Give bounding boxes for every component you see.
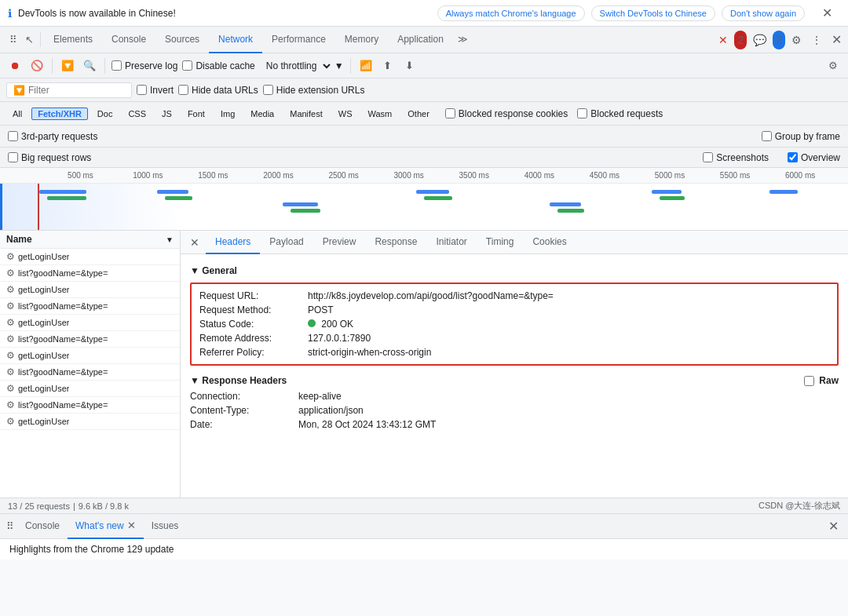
disable-cache-label[interactable]: Disable cache bbox=[182, 60, 254, 71]
type-all[interactable]: All bbox=[6, 108, 28, 120]
api-icon: ⚙ bbox=[6, 317, 15, 328]
third-party-label[interactable]: 3rd-party requests bbox=[8, 131, 97, 142]
import-btn[interactable]: ⬇ bbox=[401, 57, 419, 75]
tab-network[interactable]: Network bbox=[209, 27, 262, 53]
response-headers-title: ▼ Response Headers bbox=[190, 375, 287, 386]
tab-elements[interactable]: Elements bbox=[44, 27, 102, 53]
close-detail-btn[interactable]: ✕ bbox=[184, 236, 206, 249]
referrer-policy-label: Referrer Policy: bbox=[199, 347, 302, 358]
type-media[interactable]: Media bbox=[244, 108, 280, 120]
type-fetch-xhr[interactable]: Fetch/XHR bbox=[31, 108, 88, 120]
list-item[interactable]: ⚙ list?goodName=&type= bbox=[0, 397, 180, 414]
type-other[interactable]: Other bbox=[401, 108, 436, 120]
disable-cache-checkbox[interactable] bbox=[182, 60, 192, 71]
blocked-requests-label[interactable]: Blocked requests bbox=[577, 108, 663, 119]
branding: CSDN @大连-徐志斌 bbox=[758, 500, 840, 512]
blocked-cookies-checkbox[interactable] bbox=[445, 108, 455, 118]
main-content: Name ▼ ⚙ getLoginUser ⚙ list?goodName=&t… bbox=[0, 231, 848, 498]
tab-more[interactable]: ≫ bbox=[453, 27, 473, 53]
filter-input[interactable] bbox=[28, 85, 122, 96]
overview-label[interactable]: Overview bbox=[788, 152, 840, 163]
overview-checkbox[interactable] bbox=[788, 152, 798, 162]
third-party-checkbox[interactable] bbox=[8, 131, 18, 141]
hide-ext-urls-checkbox[interactable] bbox=[263, 85, 273, 95]
bottom-panel-close[interactable]: ✕ bbox=[822, 519, 845, 534]
list-item[interactable]: ⚙ getLoginUser bbox=[0, 282, 180, 298]
always-match-btn[interactable]: Always match Chrome's language bbox=[437, 5, 585, 21]
response-headers-header[interactable]: ▼ Response Headers Raw bbox=[190, 372, 839, 389]
list-item[interactable]: ⚙ getLoginUser bbox=[0, 249, 180, 265]
type-ws[interactable]: WS bbox=[332, 108, 359, 120]
sep3 bbox=[350, 58, 351, 74]
wifi-btn[interactable]: 📶 bbox=[357, 57, 375, 75]
hide-ext-urls-label[interactable]: Hide extension URLs bbox=[263, 85, 365, 96]
group-by-frame-checkbox[interactable] bbox=[762, 131, 772, 141]
tab-initiator[interactable]: Initiator bbox=[426, 231, 476, 254]
more-options-btn[interactable]: ⋮ bbox=[808, 31, 825, 49]
raw-checkbox[interactable] bbox=[804, 376, 814, 386]
invert-checkbox[interactable] bbox=[137, 85, 147, 95]
dont-show-btn[interactable]: Don't show again bbox=[722, 5, 805, 21]
tab-console[interactable]: Console bbox=[102, 27, 155, 53]
settings-btn[interactable]: ⚙ bbox=[788, 31, 805, 49]
group-by-frame-label[interactable]: Group by frame bbox=[762, 131, 840, 142]
type-manifest[interactable]: Manifest bbox=[283, 108, 329, 120]
blocked-requests-checkbox[interactable] bbox=[577, 108, 587, 118]
detail-content: ▼ General Request URL: http://k8s.joydev… bbox=[181, 254, 848, 498]
close-devtools-btn[interactable]: ✕ bbox=[828, 29, 845, 50]
list-item[interactable]: ⚙ getLoginUser bbox=[0, 315, 180, 331]
clear-btn[interactable]: 🚫 bbox=[28, 57, 46, 75]
record-btn[interactable]: ⏺ bbox=[6, 57, 24, 75]
preserve-log-checkbox[interactable] bbox=[111, 60, 122, 71]
list-item[interactable]: ⚙ getLoginUser bbox=[0, 348, 180, 364]
tab-timing[interactable]: Timing bbox=[477, 231, 524, 254]
bottom-tab-console[interactable]: Console bbox=[17, 514, 68, 539]
screenshots-checkbox[interactable] bbox=[703, 152, 713, 162]
bottom-tab-issues[interactable]: Issues bbox=[144, 514, 187, 539]
big-rows-checkbox[interactable] bbox=[8, 152, 18, 162]
bottom-tab-whats-new[interactable]: What's new ✕ bbox=[68, 514, 144, 539]
warn-badge: 2 bbox=[773, 31, 785, 49]
tab-payload[interactable]: Payload bbox=[260, 231, 313, 254]
type-css[interactable]: CSS bbox=[122, 108, 152, 120]
throttle-select[interactable]: No throttling bbox=[260, 58, 333, 74]
whats-new-close[interactable]: ✕ bbox=[127, 519, 136, 531]
preserve-log-label[interactable]: Preserve log bbox=[111, 60, 177, 71]
type-img[interactable]: Img bbox=[214, 108, 241, 120]
type-doc[interactable]: Doc bbox=[91, 108, 119, 120]
tab-preview[interactable]: Preview bbox=[313, 231, 366, 254]
list-item[interactable]: ⚙ list?goodName=&type= bbox=[0, 331, 180, 348]
list-item[interactable]: ⚙ getLoginUser bbox=[0, 414, 180, 430]
devtools-grid-icon[interactable]: ⠿ bbox=[8, 32, 19, 47]
tab-response[interactable]: Response bbox=[365, 231, 426, 254]
type-font[interactable]: Font bbox=[181, 108, 211, 120]
list-item[interactable]: ⚙ getLoginUser bbox=[0, 381, 180, 397]
tab-memory[interactable]: Memory bbox=[335, 27, 388, 53]
tab-sources[interactable]: Sources bbox=[155, 27, 209, 53]
status-code-value: 200 OK bbox=[308, 319, 353, 330]
list-item[interactable]: ⚙ list?goodName=&type= bbox=[0, 298, 180, 315]
search-btn[interactable]: 🔍 bbox=[81, 57, 98, 75]
hide-data-urls-label[interactable]: Hide data URLs bbox=[178, 85, 258, 96]
switch-chinese-btn[interactable]: Switch DevTools to Chinese bbox=[591, 5, 715, 21]
network-settings-btn[interactable]: ⚙ bbox=[824, 57, 842, 75]
invert-label[interactable]: Invert bbox=[137, 85, 174, 96]
info-bar-close[interactable]: ✕ bbox=[814, 3, 840, 23]
export-btn[interactable]: ⬆ bbox=[379, 57, 397, 75]
list-item[interactable]: ⚙ list?goodName=&type= bbox=[0, 265, 180, 282]
general-section-header[interactable]: ▼ General bbox=[190, 261, 839, 279]
big-rows-label[interactable]: Big request rows bbox=[8, 152, 91, 163]
screenshots-label[interactable]: Screenshots bbox=[703, 152, 769, 163]
tab-cookies[interactable]: Cookies bbox=[523, 231, 576, 254]
type-wasm[interactable]: Wasm bbox=[362, 108, 399, 120]
sep2 bbox=[104, 58, 105, 74]
filter-btn[interactable]: 🔽 bbox=[59, 57, 76, 75]
tab-application[interactable]: Application bbox=[388, 27, 453, 53]
devtools-inspect-icon[interactable]: ↖ bbox=[24, 32, 35, 47]
hide-data-urls-checkbox[interactable] bbox=[178, 85, 188, 95]
list-item[interactable]: ⚙ list?goodName=&type= bbox=[0, 364, 180, 381]
tab-headers[interactable]: Headers bbox=[206, 231, 260, 254]
tab-performance[interactable]: Performance bbox=[262, 27, 335, 53]
blocked-cookies-label[interactable]: Blocked response cookies bbox=[445, 108, 568, 119]
type-js[interactable]: JS bbox=[155, 108, 178, 120]
